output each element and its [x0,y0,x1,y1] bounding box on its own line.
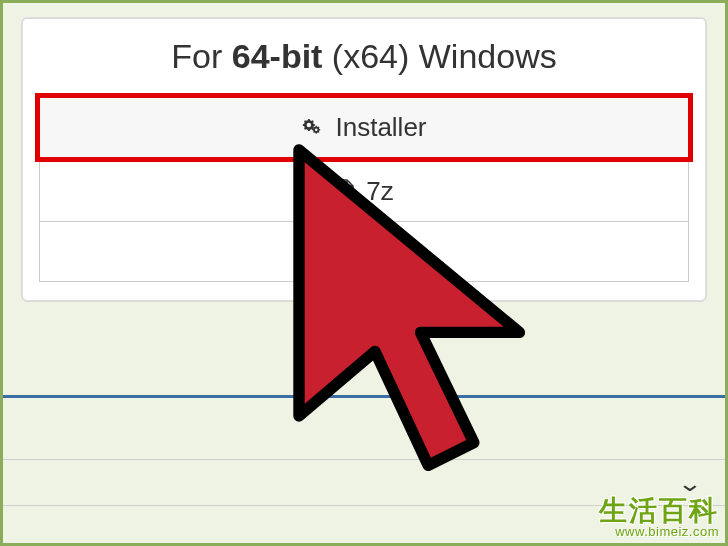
download-panel: For 64-bit (x64) Windows Installer [21,17,707,302]
watermark: 生活百科 www.bimeiz.com [599,496,719,539]
svg-rect-6 [338,245,340,247]
zip-label: ZIP [360,236,400,267]
installer-button[interactable]: Installer [35,93,693,162]
option-list: Installer 7z [23,92,705,282]
chevron-down-icon[interactable]: ⌄ [677,471,702,497]
archive-icon [328,239,350,265]
svg-rect-7 [336,247,338,249]
svg-rect-5 [336,243,338,245]
sevenz-button[interactable]: 7z [39,162,689,222]
title-prefix: For [171,37,231,75]
title-suffix: (x64) Windows [322,37,556,75]
sevenz-label: 7z [366,176,393,207]
svg-rect-0 [342,183,344,185]
svg-rect-9 [336,251,340,256]
gears-icon [301,116,325,140]
installer-label: Installer [335,112,426,143]
panel-title: For 64-bit (x64) Windows [23,37,705,76]
watermark-url: www.bimeiz.com [599,525,719,539]
zip-button[interactable]: ZIP [39,222,689,282]
page-frame: For 64-bit (x64) Windows Installer [0,0,728,546]
watermark-text: 生活百科 [599,496,719,525]
svg-rect-4 [342,191,346,196]
svg-rect-2 [342,187,344,189]
divider [3,395,725,398]
title-bold: 64-bit [232,37,323,75]
divider [3,459,725,460]
archive-icon [334,179,356,205]
svg-rect-1 [344,185,346,187]
